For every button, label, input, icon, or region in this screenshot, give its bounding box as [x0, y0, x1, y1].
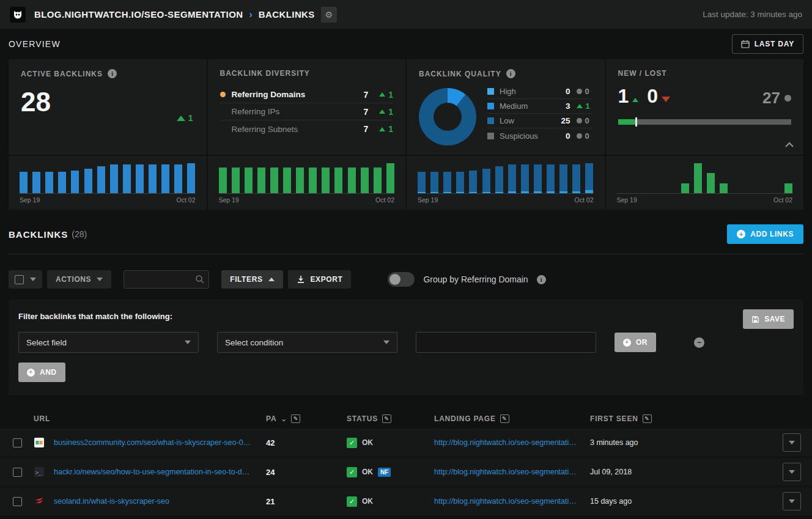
site-favicon	[34, 438, 44, 447]
actions-dropdown[interactable]: ACTIONS	[47, 270, 111, 289]
section-divider	[9, 254, 803, 254]
status-cell: ✓ OK	[342, 438, 430, 448]
settings-gear-icon[interactable]: ⚙	[321, 7, 337, 23]
first-seen-value: Jul 09, 2018	[586, 468, 783, 476]
trend-up-icon	[632, 98, 638, 102]
x-axis-end-label: Oct 02	[773, 196, 792, 204]
unchanged-count-group: 27	[762, 90, 791, 106]
save-filter-button[interactable]: SAVE	[743, 309, 794, 329]
card-backlink-diversity: BACKLINK DIVERSITY Referring Domains 7 1…	[208, 59, 406, 155]
row-actions-dropdown[interactable]	[783, 492, 801, 510]
info-icon[interactable]: i	[506, 69, 515, 78]
legend-row-low: Low 25 0	[487, 114, 592, 128]
row-actions-dropdown[interactable]	[783, 463, 801, 481]
diversity-row-referring-domains[interactable]: Referring Domains 7 1	[220, 86, 394, 103]
backlink-url-link[interactable]: hackr.io/news/seo/how-to-use-segmentatio…	[54, 468, 262, 476]
breadcrumb-separator: ›	[249, 9, 253, 20]
edit-column-icon[interactable]: ✎	[291, 414, 300, 423]
trend-down-icon	[662, 97, 670, 102]
first-seen-value: 3 minutes ago	[586, 438, 783, 447]
unchanged-dot-icon	[784, 95, 791, 101]
filter-value-input[interactable]	[416, 332, 596, 353]
edit-column-icon[interactable]: ✎	[643, 414, 652, 423]
new-count: 1	[618, 86, 629, 106]
trend-flat-icon	[577, 89, 582, 94]
legend-row-medium: Medium 3 1	[487, 99, 592, 114]
diversity-row-referring-subnets[interactable]: Referring Subnets 7 1	[220, 120, 394, 138]
legend-swatch	[487, 117, 494, 124]
breadcrumb-section[interactable]: BACKLINKS	[259, 9, 315, 20]
backlinks-toolbar: ACTIONS FILTERS EXPORT Group by Referrin…	[9, 270, 803, 289]
row-checkbox[interactable]	[13, 497, 22, 506]
trend-flat-icon	[577, 133, 582, 139]
column-header-url[interactable]: URL	[0, 414, 262, 423]
landing-page-link[interactable]: http://blog.nightwatch.io/seo-segmentati…	[434, 468, 586, 476]
svg-text:>_: >_	[35, 470, 42, 476]
export-button[interactable]: EXPORT	[288, 270, 352, 289]
select-all-dropdown[interactable]	[9, 270, 42, 289]
card-backlink-quality: BACKLINK QUALITY i High 0 0 Medium 3	[407, 59, 605, 155]
calendar-icon	[741, 40, 750, 48]
chevron-down-icon	[789, 470, 795, 474]
group-toggle-wrap: Group by Referring Domain i	[388, 272, 545, 287]
legend-swatch	[487, 88, 494, 95]
group-by-domain-toggle[interactable]	[388, 272, 415, 287]
trend-flat-icon	[577, 118, 582, 123]
filters-button[interactable]: FILTERS	[221, 270, 282, 289]
edit-column-icon[interactable]: ✎	[382, 414, 391, 423]
table-row: business2community.com/seo/what-is-skysc…	[0, 429, 812, 457]
select-field-dropdown[interactable]: Select field	[18, 332, 199, 353]
select-condition-dropdown[interactable]: Select condition	[217, 332, 397, 353]
breadcrumb-site[interactable]: BLOG.NIGHTWATCH.IO/SEO-SEGMENTATION	[34, 9, 243, 20]
table-row: seoland.in/what-is-skyscraper-seo 21 ✓ O…	[0, 487, 812, 515]
row-checkbox[interactable]	[13, 438, 22, 447]
backlink-url-link[interactable]: business2community.com/seo/what-is-skysc…	[54, 438, 262, 447]
chevron-down-icon	[30, 278, 36, 281]
add-links-button[interactable]: + ADD LINKS	[727, 224, 803, 244]
column-header-status[interactable]: STATUS ✎	[342, 414, 430, 423]
status-cell: ✓ OK NF	[342, 467, 430, 477]
row-actions-dropdown[interactable]	[783, 433, 801, 452]
legend-row-high: High 0 0	[487, 84, 592, 99]
nofollow-badge: NF	[378, 468, 391, 477]
legend-row-suspicious: Suspicious 0 0	[487, 128, 592, 143]
chart-active-backlinks: Sep 19Oct 02	[9, 156, 207, 210]
site-favicon: >_	[34, 467, 44, 477]
row-checkbox[interactable]	[13, 468, 22, 477]
chevron-down-icon	[789, 441, 795, 444]
filter-panel: Filter backlinks that match the followin…	[9, 300, 803, 396]
backlinks-title: BACKLINKS	[9, 229, 68, 240]
column-header-pa[interactable]: PA ⌄ ✎	[262, 414, 342, 423]
download-icon	[297, 275, 305, 284]
nightwatch-logo-icon	[10, 7, 26, 23]
info-icon[interactable]: i	[537, 275, 546, 284]
trend-up-icon	[177, 116, 185, 121]
remove-condition-icon[interactable]: −	[694, 337, 704, 348]
add-or-condition-button[interactable]: + OR	[615, 333, 656, 352]
sort-caret-icon: ⌄	[281, 415, 287, 423]
status-ok-check-icon: ✓	[347, 438, 357, 448]
stat-cards-row: ACTIVE BACKLINKS i 28 1 BACKLINK DIVERSI…	[9, 59, 803, 155]
collapse-chevron-up-icon[interactable]	[784, 140, 795, 151]
table-row: >_ hackr.io/news/seo/how-to-use-segmenta…	[0, 458, 812, 486]
card-title: NEW / LOST	[618, 69, 667, 78]
chevron-down-icon	[185, 340, 191, 344]
column-header-first-seen[interactable]: FIRST SEEN ✎	[586, 414, 783, 423]
backlinks-section-head: BACKLINKS (28) + ADD LINKS	[0, 210, 812, 254]
add-and-condition-button[interactable]: + AND	[18, 363, 65, 382]
filter-heading: Filter backlinks that match the followin…	[18, 312, 794, 321]
trend-up-icon	[379, 127, 385, 131]
active-backlinks-value: 28	[21, 87, 194, 117]
landing-page-link[interactable]: http://blog.nightwatch.io/seo-segmentati…	[434, 497, 586, 506]
backlink-url-link[interactable]: seoland.in/what-is-skyscraper-seo	[54, 497, 262, 506]
edit-column-icon[interactable]: ✎	[500, 414, 509, 423]
landing-page-link[interactable]: http://blog.nightwatch.io/seo-segmentati…	[434, 438, 586, 447]
group-toggle-label: Group by Referring Domain	[423, 274, 528, 284]
diversity-row-referring-ips[interactable]: Referring IPs 7 1	[220, 103, 394, 120]
date-range-button[interactable]: LAST DAY	[732, 34, 803, 54]
card-title: BACKLINK QUALITY	[419, 70, 501, 78]
column-header-landing-page[interactable]: LANDING PAGE ✎	[430, 414, 586, 423]
select-all-checkbox[interactable]	[15, 275, 24, 284]
info-icon[interactable]: i	[108, 69, 117, 78]
status-cell: ✓ OK	[342, 496, 430, 507]
